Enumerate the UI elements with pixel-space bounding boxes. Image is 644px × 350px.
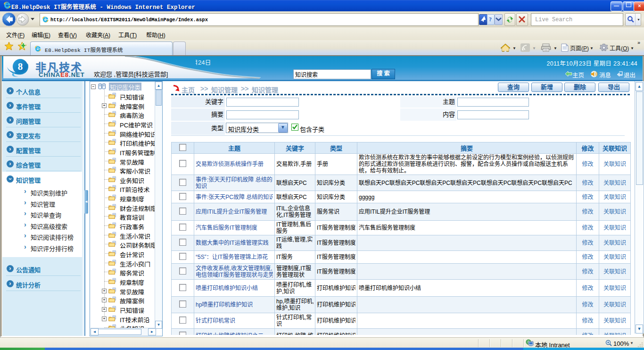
svg-text:8: 8 (18, 61, 23, 72)
